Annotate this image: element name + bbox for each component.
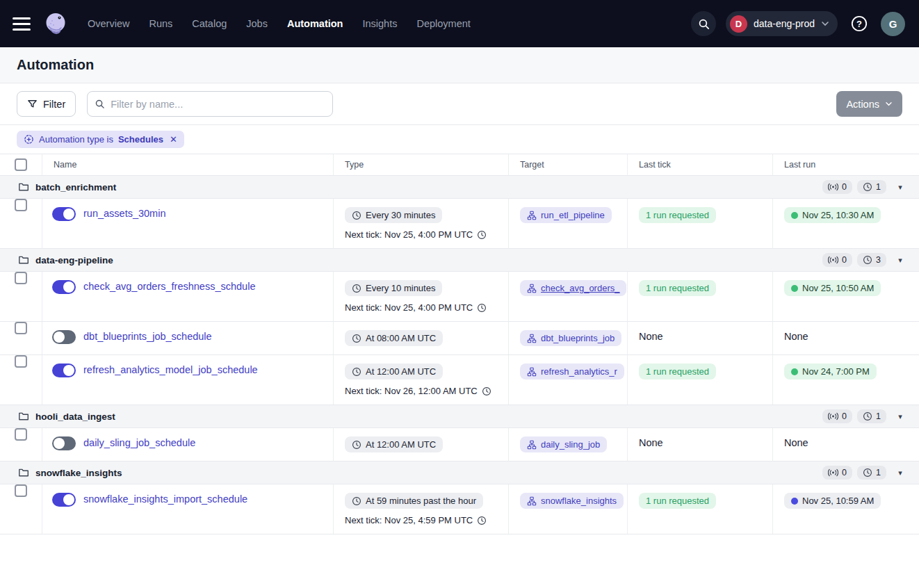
schedule-name-link[interactable]: snowflake_insights_import_schedule	[83, 493, 247, 505]
schedule-type-pill: Every 30 minutes	[345, 207, 442, 223]
close-icon[interactable]: ✕	[170, 134, 177, 145]
last-tick-status-pill[interactable]: 1 run requested	[639, 280, 716, 296]
schedule-name-link[interactable]: daily_sling_job_schedule	[83, 437, 195, 448]
nav-item-insights[interactable]: Insights	[362, 18, 397, 29]
schedule-toggle[interactable]	[52, 493, 76, 507]
nav-item-runs[interactable]: Runs	[149, 18, 172, 29]
run-status-dot	[791, 285, 798, 292]
timezone-clock-icon[interactable]	[477, 303, 487, 313]
table-row: refresh_analytics_model_job_schedule At …	[0, 355, 919, 405]
target-job-pill[interactable]: dbt_blueprints_job	[520, 330, 621, 346]
group-row-batch-enrichment[interactable]: batch_enrichment 0 1 ▾	[0, 176, 919, 199]
group-collapse-caret[interactable]: ▾	[891, 183, 909, 192]
next-tick-label: Next tick: Nov 25, 4:59 PM UTC	[345, 515, 473, 525]
page-header: Automation	[0, 47, 919, 83]
search-button[interactable]	[691, 11, 716, 36]
target-job-pill[interactable]: check_avg_orders_	[520, 280, 626, 296]
deployment-selector[interactable]: D data-eng-prod	[726, 11, 838, 36]
clock-icon	[352, 211, 361, 220]
target-job-pill[interactable]: refresh_analytics_r	[520, 364, 624, 379]
target-job-pill[interactable]: snowflake_insights	[520, 493, 624, 509]
group-collapse-caret[interactable]: ▾	[891, 412, 909, 421]
nav-item-overview[interactable]: Overview	[88, 18, 129, 29]
last-run-time: Nov 25, 10:30 AM	[802, 210, 874, 220]
name-filter-input[interactable]	[111, 99, 325, 110]
column-header-target: Target	[509, 154, 628, 175]
row-checkbox[interactable]	[15, 428, 27, 441]
last-run-pill[interactable]: Nov 24, 7:00 PM	[784, 364, 877, 379]
next-tick-label: Next tick: Nov 26, 12:00 AM UTC	[345, 386, 478, 396]
row-checkbox[interactable]	[15, 355, 27, 368]
sensor-count-badge: 0	[822, 466, 852, 480]
last-run-time: Nov 25, 10:59 AM	[802, 496, 874, 506]
row-checkbox[interactable]	[15, 272, 27, 284]
last-run-pill[interactable]: Nov 25, 10:30 AM	[784, 207, 881, 223]
group-collapse-caret[interactable]: ▾	[891, 468, 909, 477]
target-name: refresh_analytics_r	[541, 366, 617, 377]
last-tick-status-pill[interactable]: 1 run requested	[639, 493, 716, 509]
column-header-last-run: Last run	[773, 154, 919, 175]
last-run-pill[interactable]: Nov 25, 10:59 AM	[784, 493, 881, 509]
timezone-clock-icon[interactable]	[477, 230, 487, 240]
schedule-name-link[interactable]: dbt_blueprints_job_schedule	[83, 331, 212, 342]
job-icon	[527, 440, 537, 450]
user-avatar[interactable]: G	[881, 12, 905, 36]
top-nav: Overview Runs Catalog Jobs Automation In…	[0, 0, 919, 47]
nav-item-deployment[interactable]: Deployment	[416, 18, 470, 29]
filter-chip-automation-type[interactable]: Automation type is Schedules ✕	[17, 131, 184, 148]
job-icon	[527, 211, 537, 220]
sensor-icon	[828, 412, 838, 420]
sensor-icon	[828, 183, 838, 191]
nav-item-catalog[interactable]: Catalog	[192, 18, 227, 29]
schedule-toggle[interactable]	[52, 436, 76, 450]
search-icon	[95, 99, 105, 109]
schedule-toggle[interactable]	[52, 330, 76, 344]
schedule-toggle[interactable]	[52, 364, 76, 377]
deployment-name: data-eng-prod	[754, 18, 815, 29]
schedule-name-link[interactable]: refresh_analytics_model_job_schedule	[83, 364, 258, 375]
select-all-checkbox[interactable]	[15, 158, 27, 171]
target-name: run_etl_pipeline	[541, 210, 605, 220]
table-row: snowflake_insights_import_schedule At 59…	[0, 484, 919, 534]
table-row: run_assets_30min Every 30 minutes Next t…	[0, 199, 919, 249]
group-name: batch_enrichment	[35, 182, 116, 193]
last-tick-none: None	[639, 437, 663, 448]
group-row-hooli-data-ingest[interactable]: hooli_data_ingest 0 1 ▾	[0, 405, 919, 428]
last-tick-status-pill[interactable]: 1 run requested	[639, 207, 716, 223]
last-run-pill[interactable]: Nov 25, 10:50 AM	[784, 280, 881, 296]
row-checkbox[interactable]	[15, 199, 27, 211]
timezone-clock-icon[interactable]	[477, 516, 487, 525]
group-row-snowflake-insights[interactable]: snowflake_insights 0 1 ▾	[0, 462, 919, 484]
nav-item-automation[interactable]: Automation	[287, 18, 343, 29]
schedule-toggle[interactable]	[52, 280, 76, 294]
filter-button[interactable]: Filter	[17, 91, 76, 117]
target-job-pill[interactable]: run_etl_pipeline	[520, 207, 612, 223]
table-header: Name Type Target Last tick Last run	[0, 154, 919, 176]
clock-icon	[352, 440, 361, 450]
hamburger-menu-icon[interactable]	[13, 17, 31, 31]
nav-item-jobs[interactable]: Jobs	[246, 18, 268, 29]
row-checkbox[interactable]	[15, 322, 27, 334]
column-header-type: Type	[334, 154, 509, 175]
timezone-clock-icon[interactable]	[482, 386, 491, 396]
row-checkbox[interactable]	[15, 484, 27, 497]
schedule-cron-label: Every 30 minutes	[366, 210, 435, 220]
actions-button[interactable]: Actions	[836, 91, 902, 117]
schedule-name-link[interactable]: check_avg_orders_freshness_schdule	[83, 281, 255, 292]
sensor-count-badge: 0	[822, 253, 852, 267]
last-tick-none: None	[639, 331, 663, 342]
last-tick-status-pill[interactable]: 1 run requested	[639, 364, 716, 379]
clock-icon	[863, 468, 872, 477]
schedule-name-link[interactable]: run_assets_30min	[83, 208, 166, 219]
target-job-pill[interactable]: daily_sling_job	[520, 436, 607, 452]
schedule-count: 1	[876, 182, 881, 192]
schedule-toggle[interactable]	[52, 207, 76, 221]
last-run-none: None	[784, 437, 808, 448]
help-button[interactable]: ?	[847, 12, 871, 35]
group-name: hooli_data_ingest	[35, 411, 115, 422]
schedule-type-pill: At 12:00 AM UTC	[345, 436, 443, 452]
group-collapse-caret[interactable]: ▾	[891, 256, 909, 265]
dagster-logo-icon[interactable]	[42, 10, 70, 38]
table-row: check_avg_orders_freshness_schdule Every…	[0, 272, 919, 322]
group-row-data-eng-pipeline[interactable]: data-eng-pipeline 0 3 ▾	[0, 249, 919, 272]
